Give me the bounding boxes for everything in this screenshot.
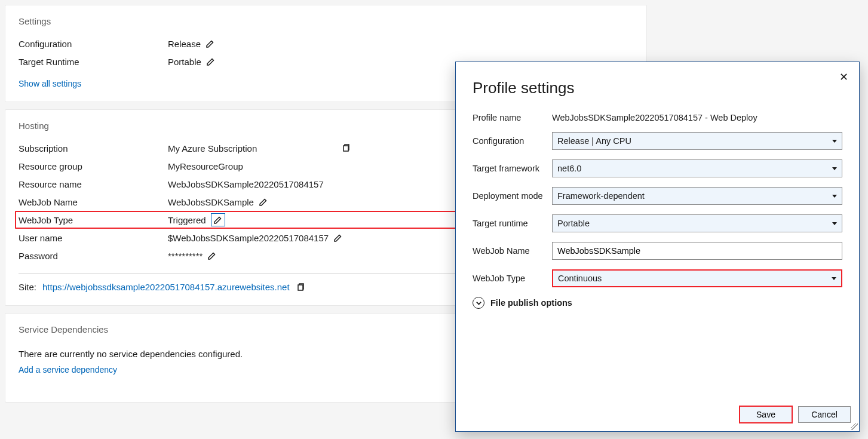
value-profile-name: WebJobsSDKSample20220517084157 - Web Dep…	[552, 113, 757, 122]
deployment-mode-combo[interactable]: Framework-dependent	[552, 187, 842, 205]
label-target-runtime-combo: Target runtime	[473, 219, 552, 228]
label-deployment-mode: Deployment mode	[473, 191, 552, 201]
resize-grip[interactable]	[851, 423, 858, 430]
pencil-icon[interactable]	[333, 233, 343, 242]
label-password: Password	[19, 251, 168, 261]
row-profile-name: Profile name WebJobsSDKSample20220517084…	[473, 113, 842, 122]
target-framework-combo-value: net6.0	[557, 164, 581, 173]
pencil-icon[interactable]	[259, 197, 268, 207]
row-target-framework-combo: Target framework net6.0	[473, 159, 842, 177]
pencil-icon[interactable]	[207, 251, 217, 260]
dialog-footer: Save Cancel	[456, 399, 859, 431]
label-user-name: User name	[19, 233, 168, 243]
target-runtime-combo[interactable]: Portable	[552, 214, 842, 232]
target-framework-combo[interactable]: net6.0	[552, 159, 842, 177]
target-runtime-combo-value: Portable	[557, 219, 590, 228]
configuration-combo-value: Release | Any CPU	[557, 136, 631, 146]
value-resource-name: WebJobsSDKSample20220517084157	[168, 179, 324, 189]
webjob-type-combo[interactable]: Continuous	[552, 269, 842, 287]
site-url-link[interactable]: https://webjobssdksample20220517084157.a…	[42, 282, 290, 292]
row-target-runtime-combo: Target runtime Portable	[473, 214, 842, 232]
chevron-down-icon	[832, 140, 837, 143]
label-site: Site:	[19, 282, 36, 292]
label-target-framework: Target framework	[473, 164, 552, 173]
configuration-combo[interactable]: Release | Any CPU	[552, 132, 842, 150]
label-configuration-combo: Configuration	[473, 136, 552, 146]
save-button[interactable]: Save	[740, 406, 792, 423]
file-publish-options-label: File publish options	[490, 298, 572, 308]
pencil-icon[interactable]	[211, 213, 225, 226]
label-webjob-name: WebJob Name	[19, 197, 168, 207]
close-icon[interactable]: ✕	[839, 70, 848, 84]
svg-rect-1	[298, 285, 303, 290]
profile-settings-dialog: ✕ Profile settings Profile name WebJobsS…	[455, 62, 860, 432]
row-webjob-type-combo: WebJob Type Continuous	[473, 269, 842, 287]
webjob-name-input[interactable]	[552, 242, 842, 260]
row-deployment-mode-combo: Deployment mode Framework-dependent	[473, 187, 842, 205]
row-configuration: Configuration Release	[19, 35, 633, 53]
value-webjob-type: Triggered	[168, 215, 206, 225]
chevron-down-circle-icon	[473, 297, 484, 309]
label-resource-name: Resource name	[19, 179, 168, 189]
copy-icon[interactable]	[341, 143, 351, 153]
label-subscription: Subscription	[19, 143, 168, 154]
value-password: **********	[168, 251, 203, 261]
show-all-settings-link[interactable]: Show all settings	[19, 79, 81, 88]
chevron-down-icon	[832, 277, 836, 280]
label-webjob-name-input: WebJob Name	[473, 246, 552, 256]
label-resource-group: Resource group	[19, 161, 168, 171]
chevron-down-icon	[832, 222, 837, 225]
label-configuration: Configuration	[19, 39, 168, 49]
value-configuration: Release	[168, 39, 201, 49]
value-webjob-name: WebJobsSDKSample	[168, 197, 254, 207]
settings-heading: Settings	[19, 16, 633, 26]
row-configuration-combo: Configuration Release | Any CPU	[473, 132, 842, 150]
deployment-mode-combo-value: Framework-dependent	[557, 191, 645, 201]
label-webjob-type: WebJob Type	[19, 215, 168, 225]
file-publish-options-expander[interactable]: File publish options	[473, 297, 842, 309]
copy-icon[interactable]	[296, 283, 305, 292]
chevron-down-icon	[832, 195, 837, 198]
chevron-down-icon	[832, 167, 837, 170]
value-subscription: My Azure Subscription	[168, 143, 347, 154]
add-service-dependency-link[interactable]: Add a service dependency	[19, 365, 117, 374]
label-target-runtime: Target Runtime	[19, 57, 168, 67]
pencil-icon[interactable]	[206, 39, 215, 48]
label-webjob-type-combo: WebJob Type	[473, 274, 552, 283]
label-profile-name: Profile name	[473, 113, 552, 122]
value-target-runtime: Portable	[168, 57, 201, 67]
webjob-type-combo-value: Continuous	[558, 274, 602, 283]
dialog-title: Profile settings	[473, 79, 842, 97]
row-webjob-name-input: WebJob Name	[473, 242, 842, 260]
pencil-icon[interactable]	[206, 57, 216, 66]
cancel-button[interactable]: Cancel	[798, 406, 851, 423]
svg-rect-0	[343, 146, 348, 151]
value-user-name: $WebJobsSDKSample20220517084157	[168, 233, 329, 243]
value-resource-group: MyResourceGroup	[168, 161, 243, 171]
